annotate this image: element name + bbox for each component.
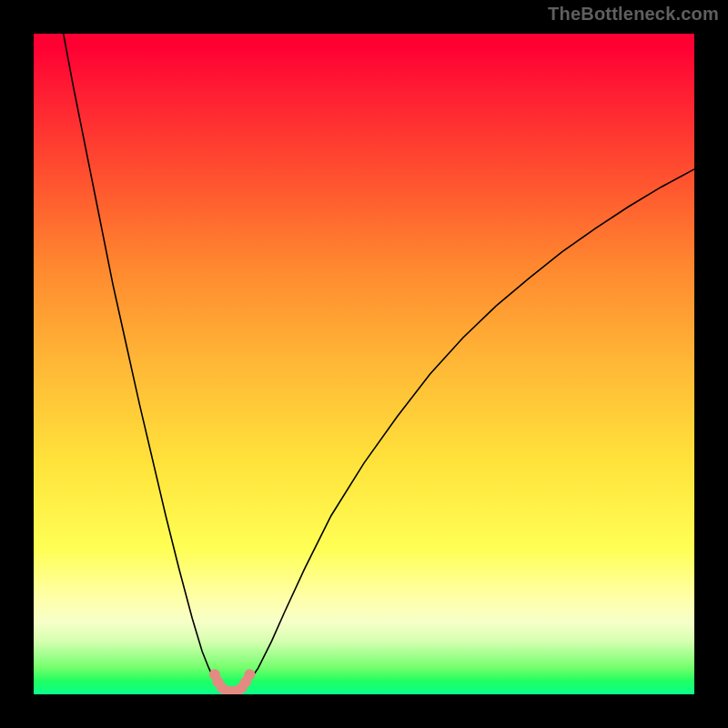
chart-frame: TheBottleneck.com — [0, 0, 728, 728]
bottom-arc-markers — [209, 669, 255, 694]
bottleneck-curve — [64, 34, 694, 688]
curve-left-branch — [64, 34, 221, 688]
bottom-arc-dot — [244, 669, 255, 680]
watermark-text: TheBottleneck.com — [548, 4, 719, 25]
curve-right-branch — [243, 169, 694, 688]
chart-svg — [34, 34, 694, 694]
plot-area — [34, 34, 694, 694]
